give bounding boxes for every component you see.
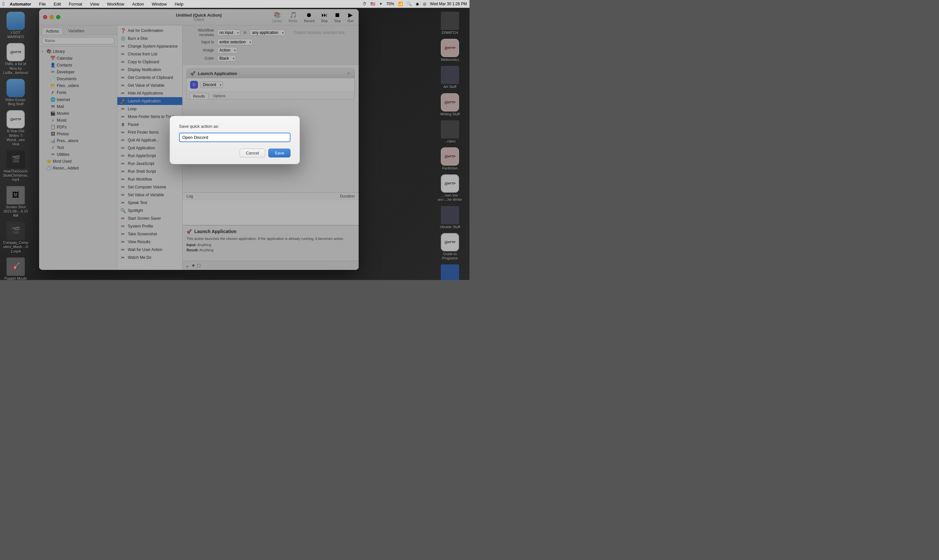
menu-file[interactable]: File [38,2,47,6]
flag-icon[interactable]: 🇺🇸 [370,2,375,6]
spotlight-icon[interactable]: 🔍 [407,2,412,6]
menubar:  Automator File Edit Format View Workfl… [0,0,469,8]
siri-icon[interactable]: ◎ [423,2,426,6]
wifi-icon[interactable]: 📶 [398,2,403,6]
menubar-right: ⏱ 🇺🇸 ✦ 70% 📶 🔍 ◉ ◎ Wed Mar 30 1:26 PM [363,2,467,6]
menu-action[interactable]: Action [131,2,145,6]
bluetooth-icon[interactable]: ✦ [379,2,382,6]
menu-help[interactable]: Help [174,2,185,6]
menu-format[interactable]: Format [68,2,83,6]
menu-window[interactable]: Window [150,2,168,6]
menu-workflow[interactable]: Workflow [106,2,126,6]
save-button[interactable]: Save [268,149,291,157]
menu-edit[interactable]: Edit [52,2,62,6]
cancel-button[interactable]: Cancel [240,149,265,157]
save-dialog: Save quick action as: Cancel Save [169,116,300,164]
modal-overlay: Save quick action as: Cancel Save [0,0,469,280]
modal-buttons: Cancel Save [179,149,291,157]
save-name-input[interactable] [179,133,291,142]
time-machine-icon[interactable]: ⏱ [363,2,366,6]
modal-label: Save quick action as: [179,124,291,129]
menu-view[interactable]: View [89,2,100,6]
control-center-icon[interactable]: ◉ [416,2,419,6]
datetime: Wed Mar 30 1:26 PM [430,2,467,6]
battery-indicator[interactable]: 70% [386,2,394,6]
apple-menu[interactable]:  [3,1,5,7]
menu-automator[interactable]: Automator [8,2,32,6]
menu-items: Automator File Edit Format View Workflow… [8,2,185,6]
modal-input-row [179,133,291,142]
desktop: I GOT MARRIED @HTTP FMN, a list of films… [0,0,469,280]
